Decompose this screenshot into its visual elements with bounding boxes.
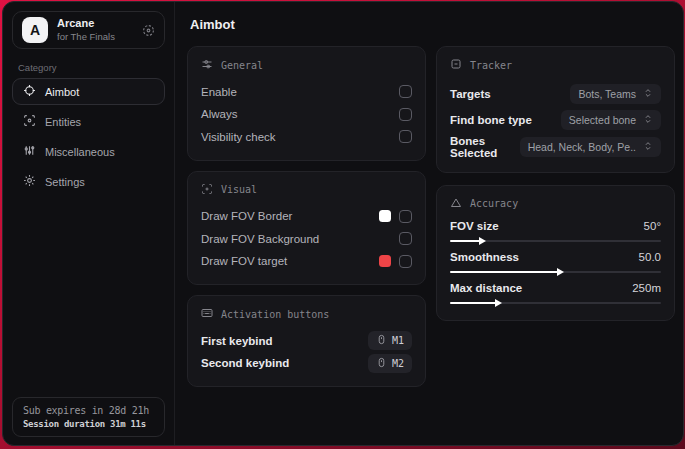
smoothness-slider[interactable] — [450, 271, 661, 273]
sub-expiry-text: Sub expires in 28d 21h — [23, 405, 154, 416]
setting-label: Always — [201, 108, 237, 120]
setting-row-second-keybind: Second keybind M2 — [201, 353, 412, 375]
app-window: A Arcane for The Finals Category Aimbot — [2, 1, 684, 446]
chevrons-up-down-icon — [643, 114, 653, 126]
sidebar-item-label: Miscellaneous — [45, 146, 115, 158]
chevrons-up-down-icon — [643, 88, 653, 100]
setting-label: First keybind — [201, 335, 273, 347]
sliders-horizontal-icon — [201, 58, 213, 72]
mouse-icon — [376, 357, 387, 370]
app-title-block: Arcane for The Finals — [57, 17, 115, 43]
card-title: General — [221, 60, 263, 71]
max-distance-setting: Max distance 250m — [450, 282, 661, 304]
fov-size-setting: FOV size 50° — [450, 220, 661, 242]
find-bone-type-dropdown[interactable]: Selected bone — [561, 110, 661, 130]
session-duration-text: Session duration 31m 11s — [23, 419, 154, 429]
subscription-status: Sub expires in 28d 21h Session duration … — [12, 397, 165, 437]
keyboard-icon — [201, 307, 213, 321]
second-keybind-button[interactable]: M2 — [368, 354, 412, 373]
dropdown-value: Bots, Teams — [578, 88, 636, 100]
enable-checkbox[interactable] — [399, 85, 412, 98]
scan-plus-icon — [201, 183, 213, 197]
setting-row-bones-selected: Bones Selected Head, Neck, Body, Pe.. — [450, 134, 661, 160]
max-distance-slider[interactable] — [450, 302, 661, 304]
sidebar-item-miscellaneous[interactable]: Miscellaneous — [12, 138, 165, 165]
fov-target-color-swatch[interactable] — [379, 255, 391, 267]
max-distance-value: 250m — [632, 282, 661, 294]
slider-thumb[interactable] — [557, 268, 564, 276]
card-title: Accuracy — [470, 198, 518, 209]
setting-label: Enable — [201, 86, 237, 98]
chevrons-up-down-icon — [643, 141, 653, 153]
card-title: Activation buttons — [221, 309, 329, 320]
frame-minus-icon — [450, 58, 462, 72]
left-column: General Enable Always Visibility check — [187, 46, 426, 387]
fov-size-value: 50° — [644, 220, 661, 232]
page-title: Aimbot — [190, 17, 675, 32]
fov-background-checkbox[interactable] — [399, 232, 412, 245]
sidebar-item-label: Aimbot — [45, 86, 79, 98]
scan-eye-icon — [23, 114, 36, 129]
triangle-icon — [450, 197, 462, 211]
card-title: Tracker — [470, 60, 512, 71]
first-keybind-button[interactable]: M1 — [368, 331, 412, 350]
activation-card: Activation buttons First keybind M1 — [187, 295, 426, 387]
slider-label: Max distance — [450, 282, 522, 294]
sidebar-nav: Aimbot Entities Miscellaneous — [3, 78, 174, 195]
bones-selected-dropdown[interactable]: Head, Neck, Body, Pe.. — [520, 137, 661, 157]
targets-dropdown[interactable]: Bots, Teams — [570, 84, 661, 104]
app-logo: A — [22, 17, 48, 43]
category-label: Category — [18, 62, 174, 73]
setting-label: Draw FOV target — [201, 255, 287, 267]
setting-label: Visibility check — [201, 131, 276, 143]
visual-card: Visual Draw FOV Border Draw FOV Backgrou… — [187, 171, 426, 286]
setting-row-fov-target: Draw FOV target — [201, 251, 412, 273]
setting-row-visibility-check: Visibility check — [201, 126, 412, 148]
setting-row-enable: Enable — [201, 81, 412, 103]
sidebar-item-settings[interactable]: Settings — [12, 168, 165, 195]
fov-target-checkbox[interactable] — [399, 255, 412, 268]
card-title: Visual — [221, 184, 257, 195]
tracker-card: Tracker Targets Bots, Teams — [436, 46, 675, 173]
general-card: General Enable Always Visibility check — [187, 46, 426, 161]
always-checkbox[interactable] — [399, 108, 412, 121]
setting-label: Targets — [450, 88, 491, 100]
keybind-value: M1 — [392, 335, 404, 346]
dropdown-value: Head, Neck, Body, Pe.. — [528, 141, 636, 153]
smoothness-value: 50.0 — [639, 251, 661, 263]
sidebar-item-label: Entities — [45, 116, 81, 128]
dropdown-value: Selected bone — [569, 114, 636, 126]
sidebar-item-entities[interactable]: Entities — [12, 108, 165, 135]
setting-row-targets: Targets Bots, Teams — [450, 81, 661, 107]
visibility-check-checkbox[interactable] — [399, 130, 412, 143]
app-name: Arcane — [57, 17, 115, 31]
setting-row-fov-background: Draw FOV Background — [201, 228, 412, 250]
setting-label: Second keybind — [201, 357, 289, 369]
slider-thumb[interactable] — [495, 299, 502, 307]
fov-size-slider[interactable] — [450, 240, 661, 242]
slider-label: FOV size — [450, 220, 499, 232]
sidebar-item-aimbot[interactable]: Aimbot — [12, 78, 165, 105]
crosshair-icon — [23, 84, 36, 99]
unload-icon[interactable] — [142, 24, 155, 37]
setting-label: Draw FOV Border — [201, 210, 292, 222]
setting-label: Draw FOV Background — [201, 233, 319, 245]
main-content: Aimbot General Enable — [175, 2, 683, 445]
gear-icon — [23, 174, 36, 189]
setting-row-first-keybind: First keybind M1 — [201, 330, 412, 352]
fov-border-color-swatch[interactable] — [379, 210, 391, 222]
app-header: A Arcane for The Finals — [12, 11, 165, 49]
sidebar-item-label: Settings — [45, 176, 85, 188]
setting-row-fov-border: Draw FOV Border — [201, 206, 412, 228]
setting-row-always: Always — [201, 104, 412, 126]
right-column: Tracker Targets Bots, Teams — [436, 46, 675, 321]
setting-label: Bones Selected — [450, 135, 520, 159]
fov-border-checkbox[interactable] — [399, 210, 412, 223]
slider-thumb[interactable] — [479, 237, 486, 245]
sidebar: A Arcane for The Finals Category Aimbot — [3, 2, 175, 445]
accuracy-card: Accuracy FOV size 50° — [436, 185, 675, 321]
smoothness-setting: Smoothness 50.0 — [450, 251, 661, 273]
slider-label: Smoothness — [450, 251, 519, 263]
mouse-icon — [376, 334, 387, 347]
keybind-value: M2 — [392, 358, 404, 369]
